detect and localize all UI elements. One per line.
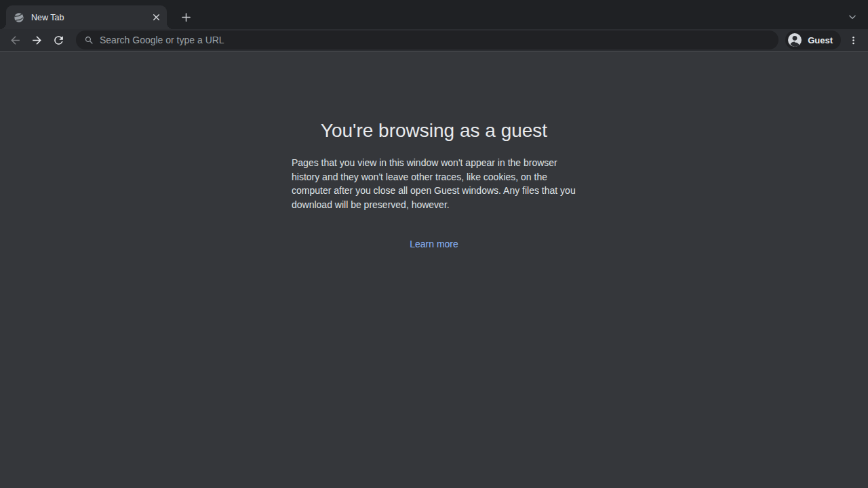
omnibox-input[interactable] — [100, 35, 770, 45]
new-tab-button[interactable] — [176, 7, 195, 26]
tab-close-icon[interactable] — [149, 11, 163, 24]
guest-description-line: download will be preserved, however. — [292, 198, 576, 212]
back-arrow-icon — [9, 34, 22, 47]
guest-description-line: Pages that you view in this window won't… — [292, 156, 576, 170]
guest-avatar-icon — [787, 32, 803, 48]
kebab-menu-icon — [848, 35, 859, 45]
forward-button[interactable] — [27, 30, 46, 49]
forward-arrow-icon — [31, 34, 43, 47]
omnibox[interactable] — [76, 30, 778, 49]
tab-strip: New Tab — [0, 0, 868, 29]
reload-icon — [52, 34, 65, 47]
back-button[interactable] — [5, 30, 24, 49]
browser-menu-button[interactable] — [844, 30, 863, 49]
plus-icon — [181, 12, 191, 22]
reload-button[interactable] — [49, 30, 68, 49]
guest-description-line: history and they won't leave other trace… — [292, 170, 576, 184]
learn-more-link[interactable]: Learn more — [410, 239, 458, 249]
guest-new-tab-page: You're browsing as a guest Pages that yo… — [0, 52, 868, 487]
browser-toolbar: Guest — [0, 29, 868, 52]
chevron-down-icon — [848, 12, 857, 22]
tab-search-button[interactable] — [844, 9, 861, 25]
tab-title: New Tab — [31, 13, 149, 22]
guest-profile-label: Guest — [808, 35, 833, 45]
page-title: You're browsing as a guest — [0, 52, 868, 142]
tab-new-tab[interactable]: New Tab — [6, 5, 167, 29]
guest-description-line: computer after you close all open Guest … — [292, 184, 576, 198]
globe-icon — [14, 12, 24, 23]
guest-profile-button[interactable]: Guest — [785, 30, 841, 49]
guest-description: Pages that you view in this window won't… — [292, 156, 576, 211]
search-icon — [84, 35, 94, 45]
